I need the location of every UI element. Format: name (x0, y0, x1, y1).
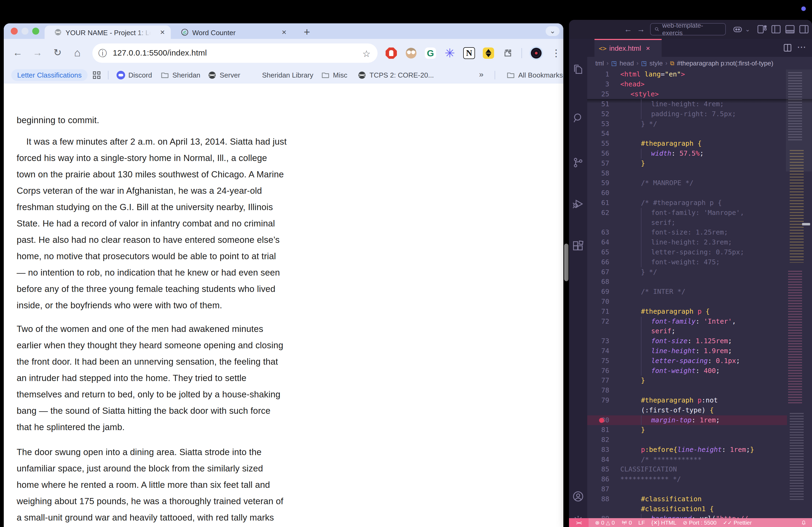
code-line[interactable]: 66font-weight: 475; (587, 257, 812, 267)
code-line[interactable]: #classification1 { (587, 504, 812, 514)
toggle-secondary-sidebar-icon[interactable] (799, 25, 809, 34)
line-number[interactable]: 64 (587, 238, 613, 247)
code-line[interactable]: 55#theparagraph { (587, 139, 812, 149)
line-number[interactable]: 84 (587, 455, 613, 465)
breakpoint-icon[interactable] (599, 418, 604, 423)
nav-back-icon[interactable]: ← (623, 24, 634, 35)
line-number[interactable]: 52 (587, 109, 613, 119)
code-line[interactable]: 73font-size: 1.125rem; (587, 336, 812, 346)
code-line[interactable]: 83p:before{line-height: 1rem;} (587, 445, 812, 455)
code-line[interactable]: 74line-height: 1.9rem; (587, 346, 812, 356)
line-number[interactable]: 81 (587, 425, 613, 435)
code-line[interactable]: 51line-height: 4rem; (587, 99, 812, 109)
window-minimize-button[interactable] (21, 28, 28, 35)
site-info-icon[interactable]: ⓘ (98, 48, 107, 58)
code-line[interactable]: 87 (587, 484, 812, 494)
bookmark-folder-misc[interactable]: Misc (321, 67, 347, 83)
account-icon[interactable] (572, 490, 584, 502)
formatter-status[interactable]: ✓✓ Prettier (723, 520, 752, 526)
bookmark-server[interactable]: Server (208, 67, 240, 83)
line-number[interactable]: 76 (587, 366, 613, 376)
home-button[interactable]: ⌂ (70, 46, 84, 60)
port-status[interactable]: ⊘ Port : 5500 (683, 520, 717, 526)
code-line[interactable]: 75letter-spacing: 0.1px; (587, 356, 812, 366)
problems-status[interactable]: ⊗ 0 △ 0 (595, 520, 615, 526)
line-number[interactable]: 65 (587, 247, 613, 257)
code-line[interactable]: 82 (587, 435, 812, 445)
bookmark-star-icon[interactable]: ☆ (362, 48, 371, 59)
code-lines[interactable]: 51line-height: 4rem;52padding-right: 7.5… (587, 99, 812, 524)
command-center-search[interactable]: web-template-exercis (650, 23, 726, 35)
code-line[interactable]: 25<style> (587, 89, 812, 99)
breadcrumbs[interactable]: tml › ◳ head › ◳ style › ⧉ #theparagraph… (587, 57, 812, 70)
reload-button[interactable]: ↻ (50, 46, 64, 60)
page-scrollbar-thumb[interactable] (564, 244, 568, 281)
line-number[interactable]: 62 (587, 208, 613, 218)
line-number[interactable]: 82 (587, 435, 613, 445)
code-line[interactable]: 58 (587, 168, 812, 178)
code-line[interactable]: 53} */ (587, 119, 812, 129)
profile-avatar[interactable] (530, 46, 543, 60)
remote-indicator[interactable]: >< (569, 518, 589, 527)
line-number[interactable]: 78 (587, 386, 613, 395)
code-line[interactable]: 72font-family: 'Inter', (587, 317, 812, 327)
code-line[interactable]: 56width: 57.5%; (587, 149, 812, 159)
code-line[interactable]: 81} (587, 425, 812, 435)
loom-extension-icon[interactable]: ✳ (444, 47, 456, 59)
source-control-icon[interactable] (572, 156, 584, 169)
code-line[interactable]: 69/* INTER */ (587, 287, 812, 297)
line-number[interactable]: 55 (587, 139, 613, 149)
all-bookmarks[interactable]: All Bookmarks (506, 67, 563, 83)
nav-forward-icon[interactable]: → (636, 24, 646, 35)
more-actions-icon[interactable]: ⋯ (797, 42, 806, 52)
line-number[interactable]: 25 (587, 89, 613, 99)
customize-layout-icon[interactable] (757, 25, 767, 34)
code-editor[interactable]: 1<html lang="en">3<head>25<style> 51line… (587, 70, 812, 509)
bookmark-sheridan-library[interactable]: Sheridan Library (250, 67, 313, 83)
line-number[interactable]: 60 (587, 188, 613, 198)
notion-extension-icon[interactable]: N (463, 47, 475, 59)
line-number[interactable]: 54 (587, 129, 613, 139)
code-line[interactable]: 70 (587, 297, 812, 307)
line-number[interactable]: 67 (587, 267, 613, 277)
minimap[interactable] (787, 70, 804, 509)
line-number[interactable]: 58 (587, 168, 613, 178)
bookmark-tcps[interactable]: TCPS 2: CORE-20... (358, 67, 434, 83)
copilot-icon[interactable] (732, 24, 743, 34)
code-line[interactable]: 57} (587, 159, 812, 168)
line-number[interactable]: 73 (587, 336, 613, 346)
code-line[interactable]: 68 (587, 277, 812, 287)
browser-menu-icon[interactable]: ⋮ (550, 46, 562, 60)
explorer-icon[interactable] (572, 64, 584, 76)
bookmark-letter-classifications[interactable]: Letter Classifications (11, 69, 88, 81)
tab-close-icon[interactable]: × (646, 44, 650, 52)
split-editor-icon[interactable] (783, 43, 792, 52)
line-number[interactable]: 51 (587, 99, 613, 109)
bookmark-discord[interactable]: Discord (117, 67, 152, 83)
code-line[interactable]: 65letter-spacing: 0.75px; (587, 247, 812, 257)
back-button[interactable]: ← (11, 46, 25, 60)
line-number[interactable]: 85 (587, 465, 613, 475)
line-number[interactable]: 86 (587, 475, 613, 484)
line-number[interactable]: 66 (587, 257, 613, 267)
code-line[interactable]: 78 (587, 386, 812, 395)
code-line[interactable]: 54 (587, 129, 812, 139)
line-number[interactable]: 74 (587, 346, 613, 356)
line-number[interactable]: 63 (587, 228, 613, 238)
code-line[interactable]: 77} (587, 376, 812, 386)
line-number[interactable]: 61 (587, 198, 613, 208)
bookmark-folder-sheridan[interactable]: Sheridan (161, 67, 200, 83)
toggle-sidebar-icon[interactable] (771, 25, 781, 34)
code-line[interactable]: 67} */ (587, 267, 812, 277)
code-line[interactable]: 52padding-right: 7.5px; (587, 109, 812, 119)
run-debug-icon[interactable] (572, 198, 584, 210)
line-number[interactable]: 83 (587, 445, 613, 455)
line-number[interactable]: 3 (587, 79, 613, 89)
code-line[interactable]: 64line-height: 2.3rem; (587, 238, 812, 247)
line-number[interactable]: 71 (587, 307, 613, 317)
persona-extension-icon[interactable] (405, 47, 417, 59)
search-icon[interactable] (572, 112, 584, 124)
browser-tab-inactive[interactable]: Word Counter × (173, 26, 296, 39)
language-status[interactable]: {✕} HTML (651, 520, 677, 526)
code-line[interactable]: 76font-weight: 400; (587, 366, 812, 376)
